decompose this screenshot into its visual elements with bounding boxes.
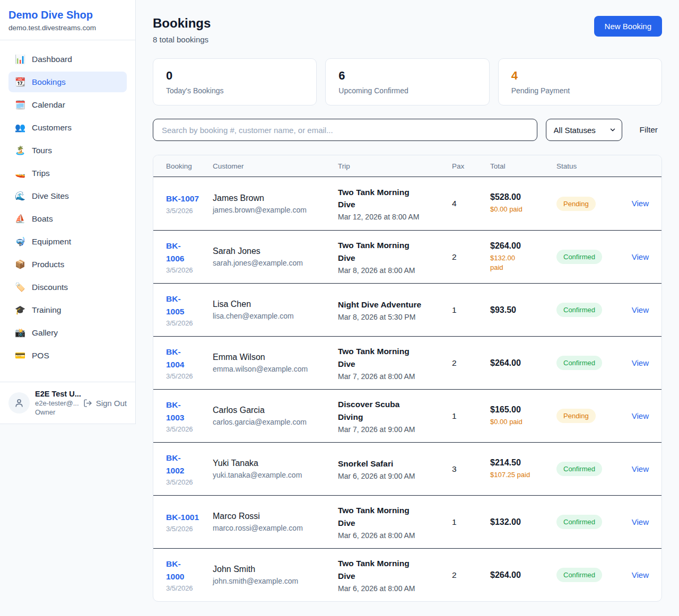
logout-icon	[83, 399, 92, 408]
table-row: BK- 1004 3/5/2026 Emma Wilson emma.wilso…	[153, 336, 661, 389]
total-amount: $132.00	[490, 517, 556, 527]
pax-count: 2	[452, 570, 490, 580]
customer-name: Yuki Tanaka	[213, 459, 338, 468]
trip-name: Two Tank Morning Dive	[338, 345, 452, 370]
speedboat-icon: 🚤	[15, 168, 25, 178]
customer-email: carlos.garcia@example.com	[213, 418, 338, 426]
total-amount: $214.50	[490, 458, 556, 468]
sign-out-label: Sign Out	[96, 399, 127, 408]
sidebar-item-equipment[interactable]: 🤿 Equipment	[8, 231, 127, 252]
view-link[interactable]: View	[632, 464, 649, 473]
sidebar-item-training[interactable]: 🎓 Training	[8, 300, 127, 320]
sidebar-item-dive-sites[interactable]: 🌊 Dive Sites	[8, 186, 127, 206]
booking-id-link[interactable]: BK- 1006	[166, 240, 184, 265]
stat-card: 6 Upcoming Confirmed	[325, 58, 489, 105]
user-text: E2E Test U... e2e-tester@... Owner	[35, 390, 83, 416]
paid-amount: $0.00 paid	[490, 205, 556, 214]
search-input[interactable]	[153, 119, 537, 141]
status-badge: Confirmed	[556, 303, 602, 317]
sidebar-item-discounts[interactable]: 🏷️ Discounts	[8, 277, 127, 297]
booking-id-link[interactable]: BK-1007	[166, 192, 199, 205]
view-link[interactable]: View	[632, 305, 649, 314]
user-section: E2E Test U... e2e-tester@... Owner Sign …	[0, 382, 135, 424]
customer-email: james.brown@example.com	[213, 206, 338, 214]
column-header-pax: Pax	[452, 162, 490, 170]
sidebar-item-label: Customers	[32, 123, 72, 133]
sidebar-item-boats[interactable]: ⛵ Boats	[8, 208, 127, 229]
sidebar-item-pos[interactable]: 💳 POS	[8, 345, 127, 366]
people-icon: 👥	[15, 122, 25, 133]
sidebar-item-trips[interactable]: 🚤 Trips	[8, 163, 127, 183]
booking-id-link[interactable]: BK-1001	[166, 511, 199, 523]
customer-email: lisa.chen@example.com	[213, 312, 338, 320]
sidebar-item-label: Discounts	[32, 283, 68, 292]
paid-amount: $0.00 paid	[490, 417, 556, 427]
shop-name: Demo Dive Shop	[8, 9, 127, 21]
view-link[interactable]: View	[632, 517, 649, 526]
sidebar-item-label: Calendar	[32, 100, 65, 110]
view-link[interactable]: View	[632, 358, 649, 367]
island-icon: 🏝️	[15, 145, 25, 155]
trip-datetime: Mar 7, 2026 at 9:00 AM	[338, 425, 452, 434]
booking-id-link[interactable]: BK- 1002	[166, 452, 184, 477]
customer-name: John Smith	[213, 565, 338, 574]
pax-count: 1	[452, 411, 490, 421]
booking-id-link[interactable]: BK- 1000	[166, 558, 184, 583]
credit-card-icon: 💳	[15, 350, 25, 360]
column-header-status: Status	[556, 162, 620, 170]
person-icon	[14, 398, 24, 408]
pax-count: 4	[452, 199, 490, 208]
table-row: BK-1007 3/5/2026 James Brown james.brown…	[153, 177, 661, 230]
customer-email: john.smith@example.com	[213, 577, 338, 585]
sidebar-item-products[interactable]: 📦 Products	[8, 254, 127, 275]
stat-label: Upcoming Confirmed	[338, 86, 476, 95]
pax-count: 2	[452, 252, 490, 262]
trip-name: Snorkel Safari	[338, 457, 452, 470]
sidebar-item-gallery[interactable]: 📸 Gallery	[8, 322, 127, 343]
sign-out-button[interactable]: Sign Out	[83, 399, 127, 408]
paid-amount: $107.25 paid	[490, 470, 556, 480]
sidebar-item-calendar[interactable]: 🗓️ Calendar	[8, 94, 127, 115]
trip-datetime: Mar 8, 2026 at 5:30 PM	[338, 313, 452, 321]
camera-icon: 📸	[15, 328, 25, 338]
avatar	[8, 392, 30, 413]
stat-value: 4	[511, 69, 649, 83]
booking-id-link[interactable]: BK- 1005	[166, 293, 184, 318]
filter-button[interactable]: Filter	[640, 125, 658, 135]
pax-count: 1	[452, 517, 490, 527]
paid-amount: $132.00 paid	[490, 253, 556, 272]
sidebar-item-dashboard[interactable]: 📊 Dashboard	[8, 49, 127, 69]
sidebar-item-bookings[interactable]: 📆 Bookings	[8, 72, 127, 92]
stat-value: 0	[166, 69, 303, 83]
table-header-row: BookingCustomerTripPaxTotalStatus	[153, 155, 661, 177]
view-link[interactable]: View	[632, 570, 649, 579]
bar-chart-icon: 📊	[15, 54, 25, 64]
view-link[interactable]: View	[632, 199, 649, 208]
sidebar-item-tours[interactable]: 🏝️ Tours	[8, 140, 127, 161]
package-icon: 📦	[15, 259, 25, 269]
tag-icon: 🏷️	[15, 282, 25, 292]
customer-name: Sarah Jones	[213, 247, 338, 256]
new-booking-button[interactable]: New Booking	[594, 16, 662, 37]
trip-name: Two Tank Morning Dive	[338, 504, 452, 529]
customer-name: James Brown	[213, 193, 338, 203]
sidebar-item-customers[interactable]: 👥 Customers	[8, 117, 127, 138]
page-header: Bookings 8 total bookings New Booking	[153, 16, 662, 44]
status-badge: Confirmed	[556, 356, 602, 370]
trip-name: Two Tank Morning Dive	[338, 239, 452, 264]
trip-name: Two Tank Morning Dive	[338, 557, 452, 582]
trip-datetime: Mar 6, 2026 at 8:00 AM	[338, 584, 452, 593]
sidebar-item-label: Boats	[32, 214, 53, 224]
sidebar-item-label: Gallery	[32, 328, 58, 338]
sidebar-item-label: Tours	[32, 146, 52, 155]
view-link[interactable]: View	[632, 252, 649, 261]
booking-id-link[interactable]: BK- 1003	[166, 399, 184, 424]
customer-email: sarah.jones@example.com	[213, 259, 338, 267]
trip-name: Discover Scuba Diving	[338, 398, 452, 423]
status-filter-wrap: All Statuses	[546, 119, 622, 141]
page-title: Bookings	[153, 16, 211, 31]
trip-datetime: Mar 7, 2026 at 8:00 AM	[338, 372, 452, 381]
booking-id-link[interactable]: BK- 1004	[166, 346, 184, 371]
status-filter-select[interactable]: All Statuses	[546, 119, 622, 140]
view-link[interactable]: View	[632, 411, 649, 420]
